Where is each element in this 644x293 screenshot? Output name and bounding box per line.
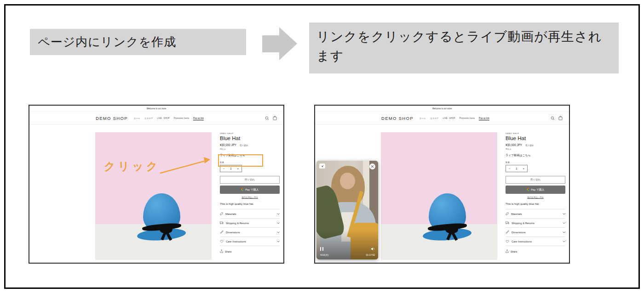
share-icon	[220, 249, 223, 254]
availability-badge: 売り切れ	[240, 144, 248, 146]
tutorial-canvas: ページ内にリンクを作成 リンクをクリックするとライブ動画が再生されます Welc…	[0, 0, 644, 293]
leaf-icon	[220, 212, 223, 216]
truck-icon	[506, 221, 509, 225]
product-accordion: Materials Shipping & Returns Dimensions …	[506, 209, 565, 246]
product-info: DEMO SHOP Blue Hat ¥30,000 JPY 売り切れ 税込み.…	[220, 132, 280, 254]
gpay-logo-icon	[241, 188, 244, 192]
gpay-button-label: Pay で購入	[531, 188, 544, 192]
nav-item-promotion[interactable]: Promotion Items	[460, 117, 475, 119]
product-description: This is high quality blue hat	[506, 203, 565, 205]
leaf-icon	[506, 212, 509, 216]
store-logo[interactable]: DEMO SHOP	[381, 116, 414, 121]
nav-item-live-shop[interactable]: LIVE · SHOP	[157, 117, 170, 119]
heart-icon	[220, 240, 224, 243]
accordion-care[interactable]: Care Instructions	[220, 237, 280, 246]
ruler-icon	[506, 230, 509, 234]
mute-icon[interactable]	[371, 247, 375, 251]
gpay-buy-button[interactable]: Pay で購入	[220, 186, 280, 194]
product-title: Blue Hat	[220, 135, 280, 141]
product-image	[95, 132, 212, 260]
blue-hat-illustration	[423, 193, 472, 241]
chevron-down-icon	[277, 231, 280, 233]
nav-item-popup-link[interactable]: Pop up link	[193, 117, 204, 119]
nav-item-popup-link[interactable]: Pop up link	[479, 117, 489, 119]
accordion-dimensions[interactable]: Dimensions	[506, 227, 565, 237]
ruler-icon	[220, 230, 224, 234]
video-timer: 01:17:52	[366, 254, 375, 256]
accordion-dimensions[interactable]: Dimensions	[220, 227, 280, 237]
chevron-down-icon	[277, 222, 280, 224]
product-title: Blue Hat	[506, 135, 565, 141]
pause-icon[interactable]	[320, 247, 323, 251]
search-icon[interactable]	[265, 114, 269, 122]
share-icon	[506, 249, 509, 254]
availability-badge: 売り切れ	[525, 144, 534, 146]
live-video-link[interactable]: ライブ動画はこちら	[506, 153, 565, 158]
accordion-care[interactable]: Care Instructions	[506, 237, 565, 246]
nav-item-home[interactable]: ホーム	[134, 117, 140, 119]
accordion-materials[interactable]: Materials	[220, 209, 280, 218]
product-image	[381, 132, 497, 260]
cart-icon[interactable]	[558, 114, 563, 122]
heart-icon	[506, 240, 509, 243]
cart-icon[interactable]	[273, 114, 277, 122]
chevron-down-icon	[277, 241, 280, 242]
quantity-plus-button[interactable]: +	[523, 167, 524, 170]
search-icon[interactable]	[551, 114, 555, 122]
step2-label: リンクをクリックするとライブ動画が再生されます	[309, 23, 619, 73]
accordion-materials[interactable]: Materials	[506, 209, 565, 218]
sold-out-button[interactable]: 売り切れ	[220, 176, 280, 184]
quantity-plus-button[interactable]: +	[237, 167, 239, 170]
main-nav: ホーム カタログ LIVE · SHOP Promotion Items Pop…	[134, 117, 204, 119]
shop-header: DEMO SHOP ホーム カタログ LIVE · SHOP Promotion…	[315, 112, 569, 124]
quantity-label: 数量	[506, 161, 565, 163]
blue-hat-illustration	[137, 193, 186, 241]
sold-out-button[interactable]: 売り切れ	[506, 176, 565, 184]
close-icon[interactable]	[369, 163, 375, 169]
live-video-popup: 4/10(月) 01:17:52	[316, 161, 378, 259]
announcement-bar: Welcome to our store	[315, 106, 569, 112]
chevron-down-icon	[563, 231, 565, 233]
accordion-shipping[interactable]: Shipping & Returns	[220, 218, 280, 227]
quantity-value: 1	[230, 167, 231, 170]
shop-panel-before: Welcome to our store DEMO SHOP ホーム カタログ …	[29, 105, 284, 264]
quantity-stepper: − 1 +	[506, 165, 528, 172]
click-annotation-label: クリック	[104, 159, 160, 174]
live-video-link[interactable]: ライブ動画はこちら	[220, 153, 280, 158]
quantity-stepper: − 1 +	[220, 165, 242, 172]
quantity-value: 1	[516, 167, 517, 170]
product-accordion: Materials Shipping & Returns Dimensions …	[220, 209, 280, 246]
quantity-label: 数量	[220, 161, 280, 163]
flow-arrow	[262, 35, 279, 52]
nav-item-catalog[interactable]: カタログ	[144, 117, 153, 119]
nav-item-home[interactable]: ホーム	[420, 117, 426, 119]
gpay-logo-icon	[527, 188, 530, 192]
chevron-down-icon	[563, 241, 565, 242]
product-info: DEMO SHOP Blue Hat ¥30,000 JPY 売り切れ 税込み.…	[506, 132, 565, 254]
broadcast-date: 4/10(月)	[320, 254, 328, 256]
product-description: This is high quality blue hat	[220, 203, 280, 205]
shop-header: DEMO SHOP ホーム カタログ LIVE · SHOP Promotion…	[29, 112, 283, 124]
chevron-down-icon	[563, 213, 565, 215]
product-price: ¥30,000 JPY	[220, 143, 236, 146]
nav-item-live-shop[interactable]: LIVE · SHOP	[443, 117, 455, 119]
main-nav: ホーム カタログ LIVE · SHOP Promotion Items Pop…	[420, 117, 489, 119]
tax-note: 税込み.	[220, 148, 280, 150]
accordion-shipping[interactable]: Shipping & Returns	[506, 218, 565, 227]
share-button[interactable]: Share	[506, 249, 565, 254]
nav-item-promotion[interactable]: Promotion Items	[174, 117, 189, 119]
share-button[interactable]: Share	[220, 249, 280, 254]
picture-in-picture-icon[interactable]	[319, 163, 325, 169]
more-payment-options-link[interactable]: 別のお支払い方法	[220, 196, 280, 198]
shop-panel-after: Welcome to our store DEMO SHOP ホーム カタログ …	[314, 105, 570, 264]
quantity-minus-button[interactable]: −	[223, 167, 225, 170]
chevron-down-icon	[277, 213, 280, 215]
step1-label: ページ内にリンクを作成	[30, 29, 246, 55]
nav-item-catalog[interactable]: カタログ	[430, 117, 439, 119]
product-vendor: DEMO SHOP	[220, 132, 280, 135]
store-logo[interactable]: DEMO SHOP	[96, 116, 128, 121]
product-vendor: DEMO SHOP	[506, 132, 565, 135]
gpay-buy-button[interactable]: Pay で購入	[506, 186, 565, 194]
quantity-minus-button[interactable]: −	[509, 167, 511, 170]
more-payment-options-link[interactable]: 別のお支払い方法	[506, 196, 565, 198]
